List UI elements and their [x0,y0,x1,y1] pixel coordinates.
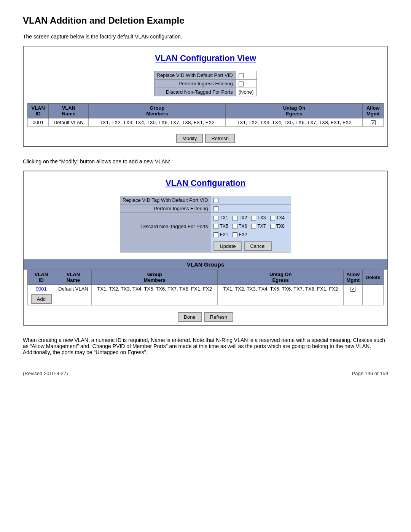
discard-tx7-checkbox[interactable] [251,224,256,229]
add-button[interactable]: Add [31,294,52,304]
view-panel-title: VLAN Configuration View [24,46,387,67]
cell-untag-egress: TX1, TX2, TX3, TX4, TX5, TX6, TX7, TX8, … [226,118,363,127]
refresh-button-1[interactable]: Refresh [205,134,235,143]
replace-vid-checkbox[interactable] [239,73,244,78]
config-allow-mgmt-checkbox[interactable]: ✓ [350,287,355,292]
discard-fx1-checkbox[interactable] [213,232,218,237]
config-table-row: 0001 Default VLAN TX1, TX2, TX3, TX4, TX… [28,285,384,293]
discard-tx8-checkbox[interactable] [270,224,275,229]
config-replace-vid-label: Replace VID Tag With Default Port VID [120,196,210,204]
discard-tx3-label[interactable]: TX3 [251,215,266,220]
update-cancel-row: Update Cancel [213,241,288,251]
view-button-row: Modify Refresh [24,131,387,146]
discard-tx1-label[interactable]: TX1 [213,215,228,220]
done-button[interactable]: Done [178,312,202,322]
cell-group-members: TX1, TX2, TX3, TX4, TX5, TX6, TX7, TX8, … [89,118,226,127]
intro-text: The screen capture below is the factory … [23,34,388,40]
cancel-button[interactable]: Cancel [244,241,271,251]
config-add-untag-cell [218,293,344,305]
discard-tx6-checkbox[interactable] [233,224,237,229]
discard-tx5-checkbox[interactable] [213,224,218,229]
discard-tx2-checkbox[interactable] [233,216,237,221]
config-col-untag-egress: Untag OnEgress [218,270,344,285]
discard-fx2-checkbox[interactable] [233,232,237,237]
table-row: 0001 Default VLAN TX1, TX2, TX3, TX4, TX… [28,118,384,127]
discard-tx2-label[interactable]: TX2 [233,215,247,220]
discard-tx4-label[interactable]: TX4 [270,215,285,220]
config-form: Replace VID Tag With Default Port VID Pe… [24,196,387,256]
vlan-config-panel: VLAN Configuration Replace VID Tag With … [23,171,388,326]
vlan-groups-header: VLAN Groups [24,259,387,270]
discard-tx6-label[interactable]: TX6 [233,224,247,229]
view-form-table: Replace VID With Default Port VID Perfor… [154,71,257,96]
col-vlan-name: VLANName [49,104,89,118]
cell-vlan-name: Default VLAN [49,118,89,127]
config-discard-nontagged-label: Discard Non-Tagged For Ports [120,213,210,240]
footer-revised: (Revised 2010-9-27) [23,371,68,376]
config-cell-delete [363,285,384,293]
discard-row3: FX1 FX2 [213,231,288,239]
vlan-config-view-panel: VLAN Configuration View Replace VID With… [23,46,388,147]
table-header-row: VLANID VLANName GroupMembers Untag OnEgr… [28,104,384,118]
config-cell-untag-egress: TX1, TX2, TX3, TX4, TX5, TX6, TX7, TX8, … [218,285,344,293]
discard-tx7-label[interactable]: TX7 [251,224,266,229]
update-cancel-empty-label [120,240,210,252]
discard-tx4-checkbox[interactable] [270,216,275,221]
ingress-filter-value [235,80,257,88]
config-add-delete-cell [363,293,384,305]
config-ingress-filter-label: Perform Ingress Filtering [120,204,210,213]
cell-allow-mgmt: ✓ [363,118,384,127]
discard-row1: TX1 TX2 TX3 TX4 [213,214,288,222]
config-cell-vlan-id: 0001 [28,285,55,293]
config-col-allow-mgmt: AllowMgmt [344,270,363,285]
config-add-row: Add [28,293,384,305]
col-group-members: GroupMembers [89,104,226,118]
config-add-name-cell [55,293,91,305]
discard-fx1-label[interactable]: FX1 [213,232,228,237]
allow-mgmt-checkbox[interactable]: ✓ [371,120,376,125]
config-col-vlan-id: VLANID [28,270,55,285]
config-col-delete: Delete [363,270,384,285]
update-button[interactable]: Update [213,241,242,251]
config-button-row: Done Refresh [24,309,387,325]
col-untag-egress: Untag OnEgress [226,104,363,118]
update-cancel-cell: Update Cancel [210,240,291,252]
modify-intro-text: Clicking on the “Modify” button allows o… [23,158,388,165]
view-config-form: Replace VID With Default Port VID Perfor… [24,71,387,99]
replace-vid-value [235,71,257,80]
replace-vid-label: Replace VID With Default Port VID [154,71,235,80]
footer-page: Page 146 of 159 [352,371,388,376]
config-ingress-filter-value [210,204,291,213]
discard-row2: TX5 TX6 TX7 TX8 [213,222,288,231]
cell-vlan-id: 0001 [28,118,49,127]
config-replace-vid-checkbox[interactable] [213,198,218,203]
discard-tx1-checkbox[interactable] [213,216,218,221]
config-ingress-filter-checkbox[interactable] [213,206,218,211]
discard-fx2-label[interactable]: FX2 [233,232,247,237]
config-discard-checkboxes: TX1 TX2 TX3 TX4 TX5 TX6 TX7 TX8 [210,213,291,240]
config-cell-allow-mgmt: ✓ [344,285,363,293]
config-add-members-cell [92,293,218,305]
refresh-button-2[interactable]: Refresh [204,312,234,322]
discard-tx5-label[interactable]: TX5 [213,224,228,229]
ingress-filter-label: Perform Ingress Filtering [154,80,235,88]
config-form-table: Replace VID Tag With Default Port VID Pe… [120,196,291,252]
config-add-mgmt-cell [344,293,363,305]
discard-checkbox-group: TX1 TX2 TX3 TX4 TX5 TX6 TX7 TX8 [213,214,288,239]
discard-tx8-label[interactable]: TX8 [270,224,285,229]
config-table-header-row: VLANID VLANName GroupMembers Untag OnEgr… [28,270,384,285]
vlan-id-link[interactable]: 0001 [36,286,47,292]
modify-button[interactable]: Modify [176,134,203,143]
config-panel-title: VLAN Configuration [24,171,387,192]
discard-nontagged-value: (None) [235,88,257,96]
col-vlan-id: VLANID [28,104,49,118]
ingress-filter-checkbox[interactable] [239,81,244,86]
discard-tx3-checkbox[interactable] [251,216,256,221]
col-allow-mgmt: AllowMgmt [363,104,384,118]
config-cell-group-members: TX1, TX2, TX3, TX4, TX5, TX6, TX7, TX8, … [92,285,218,293]
footer: (Revised 2010-9-27) Page 146 of 159 [23,371,388,376]
config-col-vlan-name: VLANName [55,270,91,285]
view-vlan-table: VLANID VLANName GroupMembers Untag OnEgr… [27,103,384,127]
config-cell-vlan-name: Default VLAN [55,285,91,293]
page-title: VLAN Addition and Deletion Example [23,15,388,26]
